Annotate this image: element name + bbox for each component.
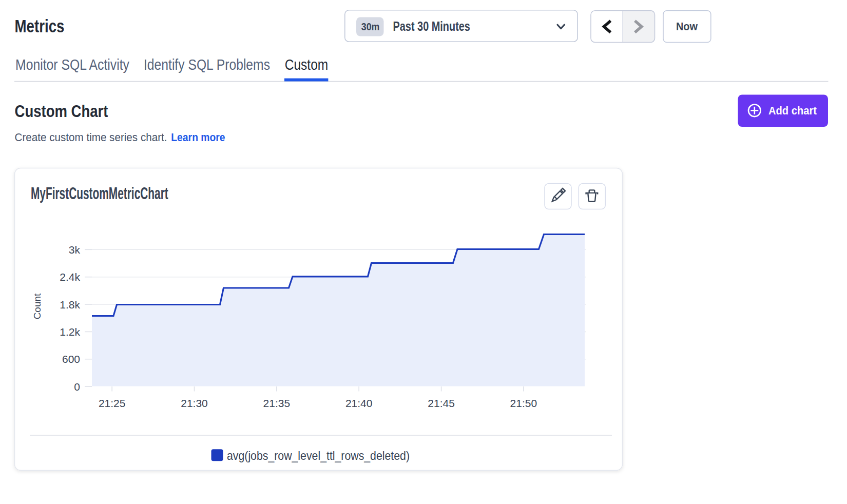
svg-text:Create custom time series char: Create custom time series chart.: [15, 131, 167, 144]
svg-text:21:45: 21:45: [428, 397, 455, 409]
svg-text:2.4k: 2.4k: [60, 271, 80, 283]
svg-text:1.2k: 1.2k: [60, 326, 80, 338]
svg-text:Now: Now: [676, 20, 698, 33]
svg-text:21:50: 21:50: [510, 397, 537, 409]
svg-text:3k: 3k: [69, 244, 81, 256]
svg-text:MyFirstCustomMetricChart: MyFirstCustomMetricChart: [31, 184, 168, 203]
svg-text:21:35: 21:35: [263, 397, 291, 409]
svg-text:Add chart: Add chart: [768, 105, 817, 117]
svg-text:21:25: 21:25: [99, 397, 126, 409]
svg-text:Identify SQL Problems: Identify SQL Problems: [144, 56, 270, 73]
svg-text:Learn more: Learn more: [171, 131, 225, 144]
svg-text:Custom Chart: Custom Chart: [15, 101, 108, 121]
svg-text:Monitor SQL Activity: Monitor SQL Activity: [15, 56, 129, 73]
svg-text:21:30: 21:30: [181, 397, 208, 409]
svg-text:Metrics: Metrics: [15, 16, 65, 36]
svg-text:30m: 30m: [361, 21, 380, 32]
svg-text:0: 0: [74, 381, 80, 393]
svg-text:Count: Count: [32, 293, 43, 319]
svg-text:600: 600: [62, 353, 80, 365]
svg-text:Past 30 Minutes: Past 30 Minutes: [393, 19, 470, 33]
svg-text:avg(jobs_row_level_ttl_rows_de: avg(jobs_row_level_ttl_rows_deleted): [227, 449, 410, 462]
svg-text:1.8k: 1.8k: [60, 299, 80, 311]
svg-text:21:40: 21:40: [345, 397, 373, 409]
svg-text:Custom: Custom: [285, 56, 328, 73]
